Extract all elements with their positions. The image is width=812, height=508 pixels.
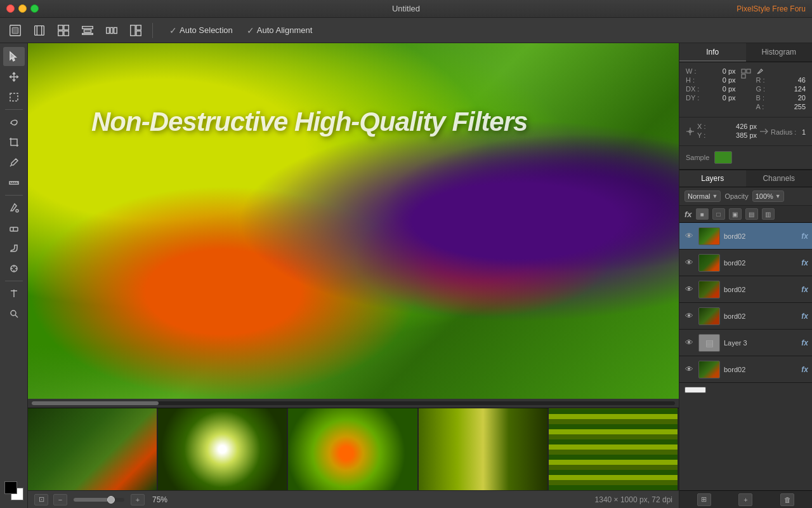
fx-bar: fx ■ □ ▣ ▤ ▥ <box>679 206 812 223</box>
delete-layer-button[interactable]: 🗑 <box>780 493 794 506</box>
layer-item-2[interactable]: 👁 bord02 fx <box>679 276 812 303</box>
zoom-slider[interactable] <box>74 498 124 502</box>
layer-item-5[interactable]: 👁 bord02 fx <box>679 356 812 383</box>
layer-fx-0[interactable]: fx <box>801 232 808 241</box>
fx-effect1-icon[interactable]: ▤ <box>745 208 758 220</box>
filmstrip-thumb-3[interactable] <box>288 408 418 490</box>
lasso-tool[interactable] <box>3 112 25 131</box>
tab-channels[interactable]: Channels <box>746 170 813 187</box>
eyedropper-icon <box>756 67 764 75</box>
marquee-tool[interactable] <box>3 88 25 107</box>
fx-solid-icon[interactable]: ■ <box>696 208 709 220</box>
type-tool[interactable] <box>3 284 25 303</box>
brush-tool[interactable] <box>3 239 25 258</box>
sample-label: Sample <box>686 154 709 161</box>
transform-button[interactable] <box>29 22 49 39</box>
new-layer-button[interactable]: + <box>738 493 752 506</box>
distribute-button[interactable] <box>102 22 122 39</box>
svg-rect-11 <box>82 33 93 34</box>
filmstrip-thumb-2[interactable] <box>158 408 288 490</box>
tab-histogram[interactable]: Histogram <box>746 43 813 62</box>
layer-item-3[interactable]: 👁 bord02 fx <box>679 303 812 330</box>
filmstrip-thumb-4[interactable] <box>419 408 549 490</box>
move-tool[interactable] <box>3 67 25 86</box>
thumb-image-5 <box>549 408 678 490</box>
layer-fx-3[interactable]: fx <box>801 312 808 321</box>
ruler-tool[interactable] <box>3 173 25 192</box>
white-rect <box>684 387 706 393</box>
layout-button[interactable] <box>126 22 146 39</box>
layer-item-4[interactable]: 👁 ▤ Layer 3 fx <box>679 330 812 356</box>
svg-point-24 <box>16 210 18 212</box>
tab-info[interactable]: Info <box>679 43 746 62</box>
move-tool-button[interactable] <box>5 22 25 39</box>
arrange-button[interactable] <box>53 22 74 39</box>
fit-canvas-button[interactable]: ⊡ <box>34 494 48 505</box>
eyedropper-tool[interactable] <box>3 153 25 172</box>
crop-tool[interactable] <box>3 133 25 152</box>
layer-item-1[interactable]: 👁 bord02 fx <box>679 250 812 276</box>
color-swatches[interactable] <box>3 480 25 502</box>
zoom-tool[interactable] <box>3 304 25 323</box>
svg-rect-14 <box>114 27 117 33</box>
dy-label: DY : <box>686 94 699 102</box>
dy-value: 0 px <box>723 94 736 102</box>
layer-visibility-1[interactable]: 👁 <box>683 258 695 267</box>
zoom-value: 75% <box>152 495 167 504</box>
layer-fx-4[interactable]: fx <box>801 338 808 347</box>
layer-fx-5[interactable]: fx <box>801 365 808 374</box>
fx-stroke-icon[interactable]: ▣ <box>729 208 742 220</box>
opacity-select[interactable]: 100% ▼ <box>752 190 784 202</box>
tool-separator-3 <box>5 281 23 281</box>
eraser-tool[interactable] <box>3 218 25 237</box>
w-value: 0 px <box>723 67 736 75</box>
clone-stamp-tool[interactable] <box>3 259 25 278</box>
maximize-button[interactable] <box>30 4 39 13</box>
layer-visibility-3[interactable]: 👁 <box>683 311 695 321</box>
select-tool[interactable] <box>3 47 25 66</box>
zoom-out-button[interactable]: − <box>53 494 67 505</box>
svg-rect-8 <box>64 30 69 35</box>
align-button[interactable] <box>77 22 98 39</box>
image-info: 1340 × 1000 px, 72 dpi <box>595 495 672 504</box>
layer-fx-1[interactable]: fx <box>801 258 808 267</box>
layer-thumb-0 <box>698 227 720 245</box>
auto-selection-checkbox[interactable]: ✓ Auto Selection <box>169 25 233 36</box>
layer-visibility-0[interactable]: 👁 <box>683 231 695 241</box>
arrow-icon <box>759 127 768 136</box>
layer-fx-2[interactable]: fx <box>801 285 808 294</box>
layer-visibility-5[interactable]: 👁 <box>683 364 695 374</box>
layer-thumb-2 <box>698 281 720 298</box>
filmstrip-thumb-1[interactable] <box>28 408 158 490</box>
tab-layers[interactable]: Layers <box>679 170 746 187</box>
auto-alignment-label: Auto Alignment <box>257 25 312 35</box>
minimize-button[interactable] <box>18 4 27 13</box>
fx-fill-icon[interactable]: □ <box>712 208 725 220</box>
new-group-button[interactable]: ⊞ <box>697 493 711 506</box>
sample-color[interactable] <box>714 151 732 164</box>
layer-visibility-2[interactable]: 👁 <box>683 284 695 294</box>
right-panel: Info Histogram W : 0 px H : 0 px DX : <box>679 43 812 508</box>
fx-effect2-icon[interactable]: ▥ <box>762 208 775 220</box>
close-button[interactable] <box>6 4 15 13</box>
layer-thumb-5 <box>698 361 720 378</box>
paint-bucket-tool[interactable] <box>3 198 25 217</box>
layers-controls: Normal ▼ Opacity 100% ▼ <box>679 187 812 206</box>
thumb-image-4 <box>419 408 547 490</box>
svg-rect-25 <box>10 227 18 231</box>
canvas-image[interactable]: Non-Destructive High-Quality Filters <box>28 43 679 399</box>
layer-item-0[interactable]: 👁 bord02 fx <box>679 223 812 250</box>
tool-separator-1 <box>5 109 23 110</box>
blend-mode-select[interactable]: Normal ▼ <box>684 190 721 202</box>
auto-alignment-checkbox[interactable]: ✓ Auto Alignment <box>247 25 312 36</box>
layer-visibility-4[interactable]: 👁 <box>683 338 695 347</box>
b-label: B : <box>756 94 764 102</box>
zoom-in-button[interactable]: + <box>131 494 145 505</box>
filmstrip-thumb-5[interactable] <box>549 408 679 490</box>
scroll-thumb[interactable] <box>32 401 159 405</box>
tools-panel <box>0 43 28 508</box>
layer-thumb-1 <box>698 254 720 272</box>
layer-thumb-4: ▤ <box>698 334 720 352</box>
horizontal-scrollbar[interactable] <box>28 399 679 408</box>
h-value: 0 px <box>723 76 736 84</box>
